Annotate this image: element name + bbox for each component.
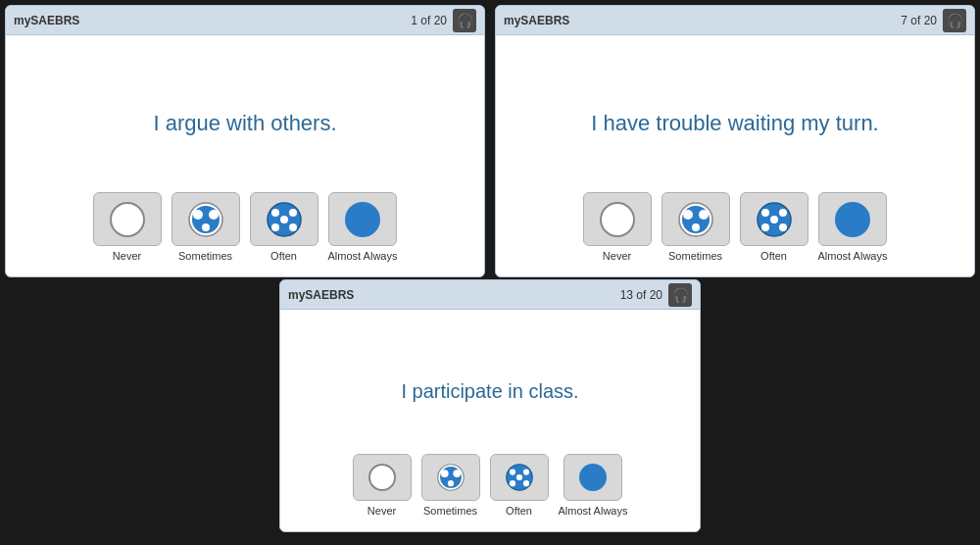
options-row-2: Never Sometimes <box>583 192 888 262</box>
sometimes-label-1: Sometimes <box>178 250 232 262</box>
option-never-3: Never <box>353 454 412 517</box>
often-label-3: Often <box>506 505 532 517</box>
card-3-body: I participate in class. Never <box>280 310 700 531</box>
card-3-header: mySAEBRS 13 of 20 🎧 <box>280 280 700 310</box>
never-circle-3 <box>368 464 396 491</box>
svg-point-29 <box>522 469 528 474</box>
often-label-1: Often <box>270 250 297 262</box>
option-never-2: Never <box>583 192 652 262</box>
question-1: I argue with others. <box>153 55 336 192</box>
svg-point-26 <box>447 480 453 486</box>
headphone-icon-1[interactable]: 🎧 <box>453 9 476 32</box>
headphone-icon-3[interactable]: 🎧 <box>668 283 692 307</box>
option-sometimes-1: Sometimes <box>172 192 240 262</box>
app-name-2: mySAEBRS <box>504 14 569 27</box>
never-btn-1[interactable] <box>93 192 162 246</box>
card-1: mySAEBRS 1 of 20 🎧 I argue with others. … <box>5 5 485 277</box>
page-count-3: 13 of 20 <box>620 288 662 302</box>
svg-point-10 <box>280 216 288 223</box>
almostalways-circle-3 <box>579 464 607 491</box>
almostalways-label-1: Almost Always <box>328 250 398 262</box>
card-2: mySAEBRS 7 of 20 🎧 I have trouble waitin… <box>495 5 975 277</box>
sometimes-btn-2[interactable] <box>662 192 730 246</box>
never-btn-2[interactable] <box>583 192 652 246</box>
svg-point-17 <box>761 209 769 217</box>
sometimes-label-3: Sometimes <box>423 505 477 517</box>
option-often-3: Often <box>490 454 549 517</box>
question-3: I participate in class. <box>401 329 578 454</box>
sometimes-circle-3 <box>437 464 465 491</box>
often-circle-2 <box>757 202 792 237</box>
page-count-1: 1 of 20 <box>411 14 447 27</box>
almostalways-btn-1[interactable] <box>328 192 397 246</box>
svg-point-19 <box>761 223 769 231</box>
svg-point-25 <box>453 470 461 477</box>
never-label-3: Never <box>368 505 396 517</box>
sometimes-circle-2 <box>678 202 713 237</box>
page-count-2: 7 of 20 <box>901 14 937 27</box>
svg-point-31 <box>522 480 528 486</box>
often-circle-1 <box>267 202 302 237</box>
card-3: mySAEBRS 13 of 20 🎧 I participate in cla… <box>279 279 701 532</box>
options-row-1: Never Sometimes <box>93 192 398 262</box>
card-1-body: I argue with others. Never <box>6 35 484 276</box>
svg-point-2 <box>193 210 203 220</box>
almostalways-circle-2 <box>835 202 870 237</box>
sometimes-btn-3[interactable] <box>421 454 480 501</box>
svg-point-32 <box>515 474 521 480</box>
header-right-3: 13 of 20 🎧 <box>620 283 692 307</box>
often-btn-2[interactable] <box>740 192 808 246</box>
often-btn-3[interactable] <box>490 454 549 501</box>
never-circle-1 <box>110 202 145 237</box>
headphone-icon-2[interactable]: 🎧 <box>943 9 966 32</box>
almostalways-circle-1 <box>345 202 380 237</box>
never-label-1: Never <box>113 250 141 262</box>
svg-point-9 <box>289 223 297 231</box>
svg-point-14 <box>699 210 709 220</box>
svg-point-18 <box>779 209 787 217</box>
sometimes-label-2: Sometimes <box>668 250 722 262</box>
app-name-3: mySAEBRS <box>288 288 354 302</box>
option-often-2: Often <box>740 192 808 262</box>
svg-point-6 <box>271 209 279 217</box>
question-2: I have trouble waiting my turn. <box>591 55 878 192</box>
almostalways-label-3: Almost Always <box>559 505 628 517</box>
almostalways-label-2: Almost Always <box>818 250 888 262</box>
never-label-2: Never <box>603 250 631 262</box>
svg-point-24 <box>440 470 448 477</box>
svg-point-13 <box>683 210 693 220</box>
header-right-2: 7 of 20 🎧 <box>901 9 966 32</box>
app-name-1: mySAEBRS <box>14 14 79 27</box>
never-circle-2 <box>600 202 635 237</box>
svg-point-3 <box>209 210 219 220</box>
option-never-1: Never <box>93 192 162 262</box>
option-sometimes-2: Sometimes <box>662 192 730 262</box>
sometimes-btn-1[interactable] <box>172 192 240 246</box>
card-2-header: mySAEBRS 7 of 20 🎧 <box>496 6 974 35</box>
sometimes-circle-1 <box>188 202 223 237</box>
svg-point-21 <box>770 216 778 223</box>
svg-point-28 <box>509 469 514 474</box>
option-almostalways-2: Almost Always <box>818 192 888 262</box>
svg-point-4 <box>202 223 210 231</box>
option-almostalways-1: Almost Always <box>328 192 398 262</box>
option-often-1: Often <box>250 192 318 262</box>
card-2-body: I have trouble waiting my turn. Never <box>496 35 974 276</box>
svg-point-8 <box>271 223 279 231</box>
almostalways-btn-3[interactable] <box>564 454 622 501</box>
never-btn-3[interactable] <box>353 454 412 501</box>
svg-point-30 <box>509 480 514 486</box>
header-right-1: 1 of 20 🎧 <box>411 9 476 32</box>
often-btn-1[interactable] <box>250 192 318 246</box>
options-row-3: Never Sometimes <box>353 454 628 517</box>
svg-point-20 <box>779 223 787 231</box>
option-almostalways-3: Almost Always <box>559 454 628 517</box>
svg-point-15 <box>692 223 700 231</box>
often-circle-3 <box>506 464 533 491</box>
almostalways-btn-2[interactable] <box>818 192 887 246</box>
card-1-header: mySAEBRS 1 of 20 🎧 <box>6 6 484 35</box>
option-sometimes-3: Sometimes <box>421 454 480 517</box>
svg-point-7 <box>289 209 297 217</box>
often-label-2: Often <box>760 250 787 262</box>
